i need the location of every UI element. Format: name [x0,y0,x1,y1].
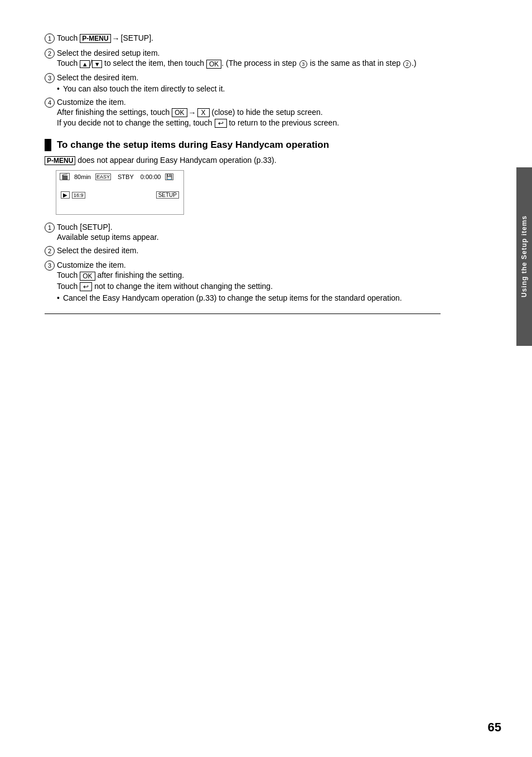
ok-btn-easy: OK [80,272,95,281]
pmenu-key-2: P-MENU [45,156,75,165]
bullet-icon: • [57,84,60,93]
easy-step-3-bullet-text: Cancel the Easy Handycam operation (p.33… [63,293,402,302]
easy-step-3-content: Customize the item. Touch OK after finis… [57,261,441,302]
screen-time: 80min [74,173,91,180]
ref-step3: 3 [299,60,307,68]
step-3: 3 Select the desired item. • You can als… [45,73,441,93]
easy-step-1: 1 Touch [SETUP]. Available setup items a… [45,223,441,242]
step-3-content: Select the desired item. • You can also … [57,73,441,93]
screen-bottom: ▶ 16:9 SETUP [60,191,180,199]
easy-step-number-3: 3 [45,261,55,271]
step-number-3: 3 [45,73,55,83]
setup-btn-screen: SETUP [156,191,179,199]
step-2: 2 Select the desired setup item. Touch ▲… [45,49,441,68]
screen-media-icon: 💾 [165,173,173,180]
easy-step-3-bullet: • Cancel the Easy Handycam operation (p.… [57,293,441,302]
easy-step-3-detail-2: Touch ↩ not to change the item without c… [57,282,441,291]
page-number: 65 [488,720,501,735]
step-3-title: Select the desired item. [57,73,441,82]
back-btn-easy: ↩ [80,282,92,291]
screen-mockup: 🎬 80min EASY STBY 0:00:00 💾 ▶ 16:9 SETUP [56,170,184,215]
step-3-bullet-text: You can also touch the item directly to … [63,84,225,93]
easy-step-2-title: Select the desired item. [57,246,441,255]
easy-step-number-1: 1 [45,223,55,233]
step-1-title: Touch P-MENU→[SETUP]. [57,33,441,43]
easy-step-3: 3 Customize the item. Touch OK after fin… [45,261,441,302]
step-2-content: Select the desired setup item. Touch ▲/▼… [57,49,441,68]
pmenu-key: P-MENU [80,34,110,43]
cam-icon: 🎬 [60,173,70,180]
easy-step-3-title: Customize the item. [57,261,441,269]
ref-step2: 2 [403,60,411,68]
step-4-content: Customize the item. After finishing the … [57,98,441,128]
down-btn: ▼ [92,60,102,68]
step-4: 4 Customize the item. After finishing th… [45,98,441,128]
horizontal-rule [45,314,441,314]
heading-text: To change the setup items during Easy Ha… [57,139,329,151]
easy-step-3-detail-1: Touch OK after finishing the setting. [57,271,441,280]
play-btn: ▶ [61,191,70,199]
step-4-detail-1: After finishing the settings, touch OK→X… [57,108,441,117]
screen-row1: 🎬 80min EASY STBY 0:00:00 💾 [60,173,180,180]
back-btn-1: ↩ [215,119,227,128]
easy-step-2-content: Select the desired item. [57,246,441,256]
up-btn: ▲ [80,60,90,68]
ok-btn-1: OK [206,60,221,69]
step-3-bullet: • You can also touch the item directly t… [57,84,441,93]
step-2-detail: Touch ▲/▼ to select the item, then touch… [57,59,441,68]
close-btn: X [197,108,210,117]
side-tab: Using the Setup items [516,167,532,346]
step-4-detail-2: If you decide not to change the setting,… [57,118,441,128]
step-number-1: 1 [45,33,55,44]
step-number-2: 2 [45,49,55,59]
screen-timecode: 0:00:00 [141,173,161,180]
bullet-icon-2: • [57,293,60,302]
ratio-btn: 16:9 [72,192,85,199]
pmenu-note: P-MENU does not appear during Easy Handy… [45,156,441,165]
screen-bottom-left: ▶ 16:9 [61,191,85,199]
easy-step-1-content: Touch [SETUP]. Available setup items app… [57,223,441,242]
screen-stby: STBY [118,173,134,180]
step-number-4: 4 [45,98,55,108]
heading-bar [45,139,51,151]
screen-easy: EASY [95,173,111,180]
side-tab-text: Using the Setup items [520,215,528,297]
step-1-content: Touch P-MENU→[SETUP]. [57,33,441,44]
ok-btn-2: OK [172,108,187,117]
step-1: 1 Touch P-MENU→[SETUP]. [45,33,441,44]
easy-step-1-detail: Available setup items appear. [57,233,441,242]
easy-step-1-title: Touch [SETUP]. [57,223,441,232]
easy-step-2: 2 Select the desired item. [45,246,441,256]
step-2-title: Select the desired setup item. [57,49,441,57]
main-content: 1 Touch P-MENU→[SETUP]. 2 Select the des… [0,0,485,359]
easy-step-number-2: 2 [45,246,55,256]
step-4-title: Customize the item. [57,98,441,107]
section-heading: To change the setup items during Easy Ha… [45,139,441,151]
